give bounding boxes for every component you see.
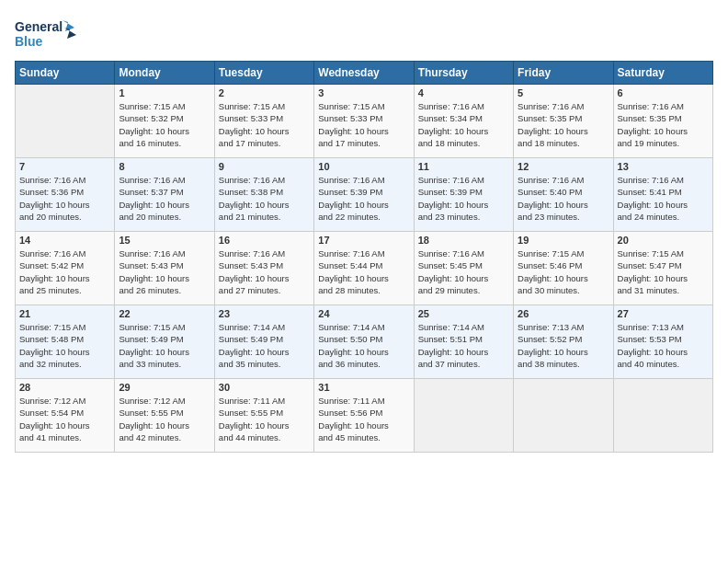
day-number: 6 bbox=[618, 87, 709, 98]
day-info: Sunrise: 7:14 AM Sunset: 5:49 PM Dayligh… bbox=[219, 321, 310, 370]
weekday-header: Saturday bbox=[613, 62, 712, 85]
calendar-week-row: 14Sunrise: 7:16 AM Sunset: 5:42 PM Dayli… bbox=[16, 232, 713, 305]
day-number: 22 bbox=[119, 308, 210, 319]
day-number: 18 bbox=[418, 235, 509, 246]
weekday-header-row: SundayMondayTuesdayWednesdayThursdayFrid… bbox=[16, 62, 713, 85]
calendar-cell: 3Sunrise: 7:15 AM Sunset: 5:33 PM Daylig… bbox=[314, 85, 414, 158]
calendar-cell: 27Sunrise: 7:13 AM Sunset: 5:53 PM Dayli… bbox=[613, 305, 712, 379]
calendar-cell: 5Sunrise: 7:16 AM Sunset: 5:35 PM Daylig… bbox=[514, 85, 613, 158]
day-info: Sunrise: 7:11 AM Sunset: 5:55 PM Dayligh… bbox=[219, 395, 310, 443]
day-info: Sunrise: 7:16 AM Sunset: 5:34 PM Dayligh… bbox=[418, 100, 509, 149]
logo-svg: GeneralBlue bbox=[15, 15, 79, 52]
calendar-cell: 19Sunrise: 7:15 AM Sunset: 5:46 PM Dayli… bbox=[514, 232, 613, 305]
calendar-cell: 9Sunrise: 7:16 AM Sunset: 5:38 PM Daylig… bbox=[214, 158, 313, 232]
day-number: 2 bbox=[219, 87, 310, 98]
calendar-week-row: 1Sunrise: 7:15 AM Sunset: 5:32 PM Daylig… bbox=[16, 85, 713, 158]
weekday-header: Friday bbox=[514, 62, 613, 85]
svg-text:General: General bbox=[15, 19, 63, 34]
calendar-week-row: 21Sunrise: 7:15 AM Sunset: 5:48 PM Dayli… bbox=[16, 305, 713, 379]
day-info: Sunrise: 7:16 AM Sunset: 5:45 PM Dayligh… bbox=[418, 247, 509, 296]
weekday-header: Wednesday bbox=[314, 62, 414, 85]
day-info: Sunrise: 7:14 AM Sunset: 5:50 PM Dayligh… bbox=[318, 321, 409, 370]
day-number: 21 bbox=[19, 308, 110, 319]
calendar-cell: 10Sunrise: 7:16 AM Sunset: 5:39 PM Dayli… bbox=[314, 158, 414, 232]
day-info: Sunrise: 7:14 AM Sunset: 5:51 PM Dayligh… bbox=[418, 321, 509, 370]
day-info: Sunrise: 7:15 AM Sunset: 5:46 PM Dayligh… bbox=[518, 247, 609, 296]
calendar-cell: 24Sunrise: 7:14 AM Sunset: 5:50 PM Dayli… bbox=[314, 305, 414, 379]
calendar-cell: 23Sunrise: 7:14 AM Sunset: 5:49 PM Dayli… bbox=[214, 305, 313, 379]
calendar-cell: 16Sunrise: 7:16 AM Sunset: 5:43 PM Dayli… bbox=[214, 232, 313, 305]
day-info: Sunrise: 7:15 AM Sunset: 5:48 PM Dayligh… bbox=[19, 321, 110, 370]
calendar-cell: 11Sunrise: 7:16 AM Sunset: 5:39 PM Dayli… bbox=[414, 158, 513, 232]
day-info: Sunrise: 7:16 AM Sunset: 5:37 PM Dayligh… bbox=[119, 174, 210, 223]
day-number: 5 bbox=[518, 87, 609, 98]
calendar-cell: 21Sunrise: 7:15 AM Sunset: 5:48 PM Dayli… bbox=[16, 305, 115, 379]
day-info: Sunrise: 7:16 AM Sunset: 5:41 PM Dayligh… bbox=[618, 174, 709, 223]
calendar-cell: 26Sunrise: 7:13 AM Sunset: 5:52 PM Dayli… bbox=[514, 305, 613, 379]
day-number: 14 bbox=[19, 235, 110, 246]
calendar-cell: 12Sunrise: 7:16 AM Sunset: 5:40 PM Dayli… bbox=[514, 158, 613, 232]
day-number: 13 bbox=[618, 161, 709, 172]
day-info: Sunrise: 7:13 AM Sunset: 5:53 PM Dayligh… bbox=[618, 321, 709, 370]
day-number: 29 bbox=[119, 382, 210, 393]
calendar-cell: 29Sunrise: 7:12 AM Sunset: 5:55 PM Dayli… bbox=[115, 379, 214, 453]
calendar-cell: 25Sunrise: 7:14 AM Sunset: 5:51 PM Dayli… bbox=[414, 305, 513, 379]
day-info: Sunrise: 7:12 AM Sunset: 5:54 PM Dayligh… bbox=[19, 395, 110, 443]
calendar-cell: 20Sunrise: 7:15 AM Sunset: 5:47 PM Dayli… bbox=[613, 232, 712, 305]
day-info: Sunrise: 7:13 AM Sunset: 5:52 PM Dayligh… bbox=[518, 321, 609, 370]
day-info: Sunrise: 7:16 AM Sunset: 5:43 PM Dayligh… bbox=[119, 247, 210, 296]
calendar-cell: 13Sunrise: 7:16 AM Sunset: 5:41 PM Dayli… bbox=[613, 158, 712, 232]
day-number: 27 bbox=[618, 308, 709, 319]
day-info: Sunrise: 7:11 AM Sunset: 5:56 PM Dayligh… bbox=[318, 395, 409, 443]
calendar-cell bbox=[16, 85, 115, 158]
calendar-cell: 22Sunrise: 7:15 AM Sunset: 5:49 PM Dayli… bbox=[115, 305, 214, 379]
svg-text:Blue: Blue bbox=[15, 34, 43, 49]
day-number: 10 bbox=[318, 161, 409, 172]
day-info: Sunrise: 7:16 AM Sunset: 5:39 PM Dayligh… bbox=[318, 174, 409, 223]
day-info: Sunrise: 7:15 AM Sunset: 5:49 PM Dayligh… bbox=[119, 321, 210, 370]
day-info: Sunrise: 7:15 AM Sunset: 5:47 PM Dayligh… bbox=[618, 247, 709, 296]
day-info: Sunrise: 7:15 AM Sunset: 5:33 PM Dayligh… bbox=[318, 100, 409, 149]
calendar-cell: 18Sunrise: 7:16 AM Sunset: 5:45 PM Dayli… bbox=[414, 232, 513, 305]
calendar-table: SundayMondayTuesdayWednesdayThursdayFrid… bbox=[15, 61, 713, 453]
weekday-header: Thursday bbox=[414, 62, 513, 85]
calendar-cell bbox=[514, 379, 613, 453]
day-info: Sunrise: 7:15 AM Sunset: 5:33 PM Dayligh… bbox=[219, 100, 310, 149]
day-info: Sunrise: 7:16 AM Sunset: 5:36 PM Dayligh… bbox=[19, 174, 110, 223]
day-info: Sunrise: 7:16 AM Sunset: 5:42 PM Dayligh… bbox=[19, 247, 110, 296]
logo: GeneralBlue bbox=[15, 15, 79, 52]
calendar-cell: 8Sunrise: 7:16 AM Sunset: 5:37 PM Daylig… bbox=[115, 158, 214, 232]
calendar-cell: 17Sunrise: 7:16 AM Sunset: 5:44 PM Dayli… bbox=[314, 232, 414, 305]
day-number: 23 bbox=[219, 308, 310, 319]
day-number: 12 bbox=[518, 161, 609, 172]
calendar-week-row: 28Sunrise: 7:12 AM Sunset: 5:54 PM Dayli… bbox=[16, 379, 713, 453]
day-number: 4 bbox=[418, 87, 509, 98]
day-number: 7 bbox=[19, 161, 110, 172]
day-info: Sunrise: 7:16 AM Sunset: 5:38 PM Dayligh… bbox=[219, 174, 310, 223]
weekday-header: Sunday bbox=[16, 62, 115, 85]
day-info: Sunrise: 7:15 AM Sunset: 5:32 PM Dayligh… bbox=[119, 100, 210, 149]
day-number: 19 bbox=[518, 235, 609, 246]
header: GeneralBlue bbox=[15, 15, 713, 52]
day-number: 24 bbox=[318, 308, 409, 319]
calendar-cell: 2Sunrise: 7:15 AM Sunset: 5:33 PM Daylig… bbox=[214, 85, 313, 158]
calendar-cell: 15Sunrise: 7:16 AM Sunset: 5:43 PM Dayli… bbox=[115, 232, 214, 305]
day-number: 26 bbox=[518, 308, 609, 319]
day-number: 8 bbox=[119, 161, 210, 172]
day-number: 31 bbox=[318, 382, 409, 393]
weekday-header: Monday bbox=[115, 62, 214, 85]
day-number: 1 bbox=[119, 87, 210, 98]
day-number: 25 bbox=[418, 308, 509, 319]
day-number: 16 bbox=[219, 235, 310, 246]
calendar-cell: 6Sunrise: 7:16 AM Sunset: 5:35 PM Daylig… bbox=[613, 85, 712, 158]
day-number: 30 bbox=[219, 382, 310, 393]
day-number: 28 bbox=[19, 382, 110, 393]
day-number: 20 bbox=[618, 235, 709, 246]
calendar-cell: 1Sunrise: 7:15 AM Sunset: 5:32 PM Daylig… bbox=[115, 85, 214, 158]
day-info: Sunrise: 7:16 AM Sunset: 5:39 PM Dayligh… bbox=[418, 174, 509, 223]
calendar-cell: 14Sunrise: 7:16 AM Sunset: 5:42 PM Dayli… bbox=[16, 232, 115, 305]
day-info: Sunrise: 7:16 AM Sunset: 5:40 PM Dayligh… bbox=[518, 174, 609, 223]
day-info: Sunrise: 7:16 AM Sunset: 5:35 PM Dayligh… bbox=[518, 100, 609, 149]
calendar-week-row: 7Sunrise: 7:16 AM Sunset: 5:36 PM Daylig… bbox=[16, 158, 713, 232]
calendar-cell: 28Sunrise: 7:12 AM Sunset: 5:54 PM Dayli… bbox=[16, 379, 115, 453]
